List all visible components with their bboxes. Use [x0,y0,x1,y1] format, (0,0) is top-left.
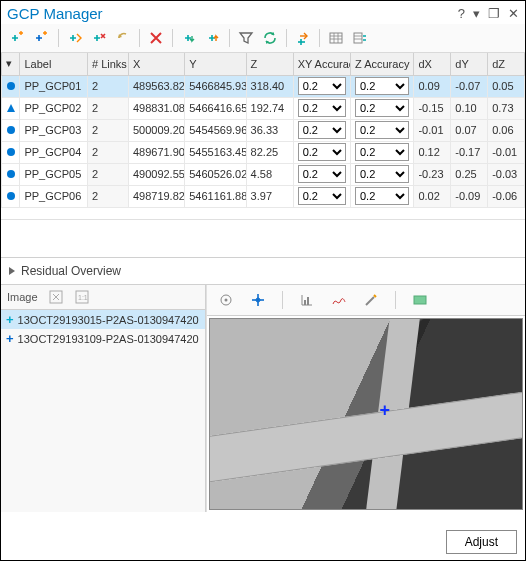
svg-rect-8 [304,300,306,305]
maximize-icon[interactable]: ❐ [488,6,500,21]
svg-rect-9 [307,297,309,305]
residual-section[interactable]: Residual Overview [1,257,525,284]
table-button[interactable] [325,27,347,49]
accuracy-select[interactable]: 0.2 [298,187,346,205]
plus-icon: + [6,332,14,345]
crosshair-icon: + [379,400,390,421]
gcp-table[interactable]: ▾ Label # Links X Y Z XY Accuracy Z Accu… [1,53,525,208]
delete-button[interactable] [88,27,110,49]
image-viewer[interactable]: + [209,318,523,510]
adjust-button[interactable]: Adjust [446,530,517,554]
col-x[interactable]: X [128,53,184,75]
chart-icon[interactable] [296,289,318,311]
svg-rect-1 [354,33,362,43]
add-gcp-button[interactable] [7,27,29,49]
col-xyacc[interactable]: XY Accuracy [293,53,350,75]
col-y[interactable]: Y [185,53,246,75]
image-list: +13OCT29193015-P2AS-0130947420+13OCT2919… [1,310,205,512]
image-panel-title: Image [7,291,38,303]
accuracy-select[interactable]: 0.2 [355,187,409,205]
accuracy-select[interactable]: 0.2 [298,165,346,183]
curve-icon[interactable] [328,289,350,311]
undo-button[interactable] [112,27,134,49]
svg-point-6 [225,299,228,302]
svg-rect-0 [330,33,342,43]
swatch-icon[interactable] [409,289,431,311]
accuracy-select[interactable]: 0.2 [298,99,346,117]
list-item[interactable]: +13OCT29193015-P2AS-0130947420 [1,310,205,329]
close-icon[interactable]: ✕ [508,6,519,21]
table-row[interactable]: PP_GCP042489671.905455163.4582.250.20.20… [2,141,525,163]
accuracy-select[interactable]: 0.2 [298,77,346,95]
table-row[interactable]: PP_GCP032500009.205454569.9636.330.20.2-… [2,119,525,141]
wand-icon[interactable] [360,289,382,311]
accuracy-select[interactable]: 0.2 [355,165,409,183]
image-name: 13OCT29193015-P2AS-0130947420 [18,314,199,326]
accuracy-select[interactable]: 0.2 [298,121,346,139]
col-zacc[interactable]: Z Accuracy [350,53,413,75]
shift-button[interactable] [292,27,314,49]
accuracy-select[interactable]: 0.2 [298,143,346,161]
col-z[interactable]: Z [246,53,293,75]
col-dz[interactable]: dZ [488,53,525,75]
move-down-button[interactable] [178,27,200,49]
delete-all-button[interactable] [145,27,167,49]
accuracy-select[interactable]: 0.2 [355,121,409,139]
residual-title: Residual Overview [21,264,121,278]
window-title: GCP Manager [7,5,103,22]
target-icon[interactable] [215,289,237,311]
plus-icon: + [6,313,14,326]
add-gcp-alt-button[interactable] [31,27,53,49]
col-links[interactable]: # Links [87,53,128,75]
zoom-extent-icon[interactable] [48,289,64,305]
gcp-tbody: PP_GCP012489563.825466845.93318.400.20.2… [2,75,525,207]
table-row[interactable]: PP_GCP022498831.085466416.65192.740.20.2… [2,97,525,119]
help-icon[interactable]: ? [458,6,465,21]
move-up-button[interactable] [202,27,224,49]
list-item[interactable]: +13OCT29193109-P2AS-0130947420 [1,329,205,348]
col-marker[interactable]: ▾ [2,53,20,75]
chevron-right-icon [9,267,15,275]
accuracy-select[interactable]: 0.2 [355,77,409,95]
dropdown-icon[interactable]: ▾ [473,6,480,21]
table-row[interactable]: PP_GCP012489563.825466845.93318.400.20.2… [2,75,525,97]
recompute-button[interactable] [64,27,86,49]
accuracy-select[interactable]: 0.2 [355,99,409,117]
col-dx[interactable]: dX [414,53,451,75]
filter-button[interactable] [235,27,257,49]
accuracy-select[interactable]: 0.2 [355,143,409,161]
select-by-button[interactable] [349,27,371,49]
svg-text:1:1: 1:1 [78,294,88,301]
extent-1-1-icon[interactable]: 1:1 [74,289,90,305]
image-name: 13OCT29193109-P2AS-0130947420 [18,333,199,345]
main-toolbar [1,24,525,53]
col-dy[interactable]: dY [451,53,488,75]
svg-rect-10 [414,296,426,304]
table-row[interactable]: PP_GCP062498719.825461161.883.970.20.20.… [2,185,525,207]
col-label[interactable]: Label [20,53,88,75]
table-row[interactable]: PP_GCP052490092.555460526.024.580.20.2-0… [2,163,525,185]
pan-icon[interactable] [247,289,269,311]
refresh-button[interactable] [259,27,281,49]
